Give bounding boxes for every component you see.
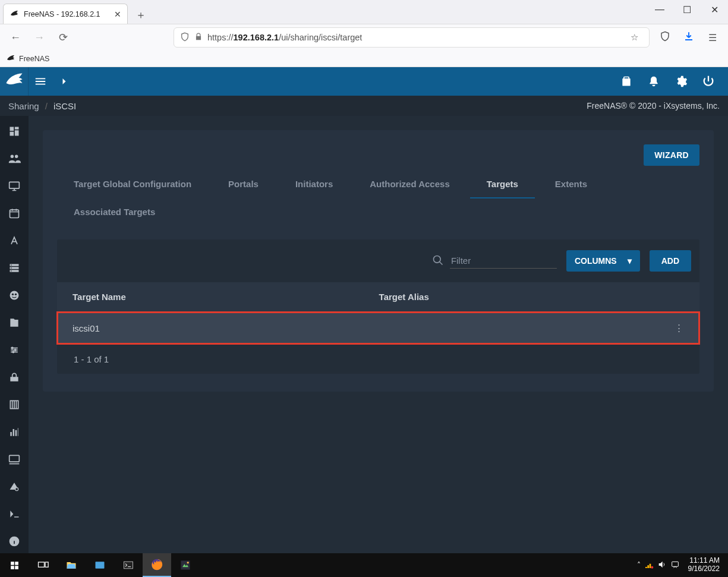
browser-tab[interactable]: FreeNAS - 192.168.2.1 ✕ bbox=[3, 4, 128, 24]
tray-volume-icon[interactable] bbox=[657, 560, 667, 571]
nav-dashboard-icon[interactable] bbox=[0, 119, 29, 143]
tray-chevron-icon[interactable]: ˄ bbox=[637, 561, 641, 569]
shield-icon bbox=[180, 32, 190, 43]
main-content: WIZARD Target Global Configuration Porta… bbox=[29, 116, 728, 553]
gear-icon[interactable] bbox=[667, 67, 695, 96]
app-logo[interactable] bbox=[0, 67, 29, 96]
nav-display-icon[interactable] bbox=[0, 475, 29, 499]
freenas-favicon bbox=[10, 10, 19, 19]
browser-chrome: FreeNAS - 192.168.2.1 ✕ ＋ ― ☐ ✕ ← → ⟳ ht… bbox=[0, 0, 728, 51]
taskbar-app-icon-1[interactable] bbox=[86, 553, 114, 577]
nav-vm-icon[interactable] bbox=[0, 447, 29, 471]
bookmark-item[interactable]: FreeNAS bbox=[19, 55, 49, 63]
svg-point-6 bbox=[12, 294, 14, 295]
tab-global-config[interactable]: Target Global Configuration bbox=[57, 171, 208, 198]
downloads-icon[interactable] bbox=[680, 31, 697, 44]
file-explorer-icon[interactable] bbox=[57, 553, 86, 577]
clock-date: 9/16/2022 bbox=[688, 565, 720, 573]
new-tab-button[interactable]: ＋ bbox=[131, 6, 150, 24]
svg-rect-0 bbox=[10, 182, 20, 188]
footer-copyright: FreeNAS® © 2020 - iXsystems, Inc. bbox=[587, 101, 720, 111]
system-tray: ˄ 11:11 AM 9/16/2022 bbox=[637, 556, 728, 575]
start-button[interactable] bbox=[0, 553, 29, 577]
clipboard-icon[interactable] bbox=[613, 67, 640, 96]
table-pager: 1 - 1 of 1 bbox=[57, 344, 699, 374]
taskbar-app-icon-2[interactable] bbox=[171, 553, 200, 577]
tab-strip: FreeNAS - 192.168.2.1 ✕ ＋ ― ☐ ✕ bbox=[0, 0, 728, 24]
svg-point-9 bbox=[14, 349, 16, 351]
chevron-right-icon[interactable] bbox=[52, 67, 76, 96]
terminal-icon[interactable] bbox=[114, 553, 143, 577]
nav-forward-icon[interactable]: → bbox=[31, 31, 48, 44]
col-target-alias[interactable]: Target Alias bbox=[364, 282, 658, 312]
sidenav-toggle-icon[interactable] bbox=[29, 67, 52, 96]
clock-time: 11:11 AM bbox=[688, 557, 720, 565]
nav-system-icon[interactable] bbox=[0, 174, 29, 198]
tab-title: FreeNAS - 192.168.2.1 bbox=[24, 10, 100, 18]
star-icon[interactable]: ☆ bbox=[631, 33, 638, 42]
breadcrumb-current: iSCSI bbox=[53, 101, 76, 111]
tab-authorized-access[interactable]: Authorized Access bbox=[353, 171, 466, 198]
nav-directory-icon[interactable] bbox=[0, 283, 29, 307]
freenas-app: Sharing / iSCSI FreeNAS® © 2020 - iXsyst… bbox=[0, 67, 728, 553]
bookmarks-toolbar: FreeNAS bbox=[0, 51, 728, 67]
bell-icon[interactable] bbox=[640, 67, 667, 96]
window-minimize-icon[interactable]: ― bbox=[646, 0, 673, 19]
url-field[interactable]: https://192.168.2.1/ui/sharing/iscsi/tar… bbox=[174, 27, 650, 48]
add-button[interactable]: ADD bbox=[650, 250, 691, 272]
tab-targets[interactable]: Targets bbox=[470, 171, 535, 198]
breadcrumb-root[interactable]: Sharing bbox=[8, 101, 39, 111]
iscsi-tabs: Target Global Configuration Portals Init… bbox=[57, 171, 699, 226]
columns-button[interactable]: COLUMNS ▾ bbox=[566, 250, 640, 272]
pocket-icon[interactable] bbox=[657, 31, 673, 44]
hamburger-menu-icon[interactable]: ☰ bbox=[704, 32, 721, 43]
svg-point-7 bbox=[15, 294, 17, 295]
address-bar: ← → ⟳ https://192.168.2.1/ui/sharing/isc… bbox=[0, 24, 728, 51]
nav-info-icon[interactable] bbox=[0, 529, 29, 553]
filter-input[interactable] bbox=[450, 253, 557, 269]
nav-sharing-icon[interactable] bbox=[0, 311, 29, 335]
nav-network-icon[interactable] bbox=[0, 229, 29, 253]
bookmark-favicon bbox=[6, 54, 15, 64]
svg-point-4 bbox=[11, 270, 12, 272]
svg-point-10 bbox=[12, 351, 14, 353]
window-close-icon[interactable]: ✕ bbox=[701, 0, 728, 19]
window-maximize-icon[interactable]: ☐ bbox=[673, 0, 701, 19]
tab-close-icon[interactable]: ✕ bbox=[114, 10, 121, 19]
nav-accounts-icon[interactable] bbox=[0, 147, 29, 171]
row-actions-icon[interactable]: ⋮ bbox=[675, 323, 683, 333]
svg-rect-12 bbox=[10, 455, 20, 462]
lock-icon bbox=[194, 33, 203, 43]
breadcrumb-bar: Sharing / iSCSI FreeNAS® © 2020 - iXsyst… bbox=[0, 96, 728, 116]
tab-portals[interactable]: Portals bbox=[212, 171, 275, 198]
nav-shell-icon[interactable] bbox=[0, 502, 29, 526]
taskbar-clock[interactable]: 11:11 AM 9/16/2022 bbox=[683, 556, 724, 575]
tab-extents[interactable]: Extents bbox=[538, 171, 604, 198]
targets-table: Target Name Target Alias iscsi01 ⋮ bbox=[57, 282, 699, 344]
power-icon[interactable] bbox=[695, 67, 722, 96]
nav-reporting-icon[interactable] bbox=[0, 420, 29, 444]
svg-point-22 bbox=[187, 562, 189, 563]
tab-associated-targets[interactable]: Associated Targets bbox=[57, 198, 172, 226]
tab-initiators[interactable]: Initiators bbox=[279, 171, 349, 198]
nav-storage-icon[interactable] bbox=[0, 256, 29, 280]
windows-taskbar: ˄ 11:11 AM 9/16/2022 bbox=[0, 553, 728, 577]
nav-tasks-icon[interactable] bbox=[0, 201, 29, 225]
svg-rect-24 bbox=[672, 562, 678, 566]
wizard-button[interactable]: WIZARD bbox=[644, 144, 699, 166]
task-view-icon[interactable] bbox=[29, 553, 57, 577]
col-target-name[interactable]: Target Name bbox=[57, 282, 364, 312]
firefox-icon[interactable] bbox=[143, 553, 171, 577]
targets-table-container: COLUMNS ▾ ADD Target Name Target Alias bbox=[57, 239, 699, 374]
side-nav bbox=[0, 116, 29, 553]
nav-jails-icon[interactable] bbox=[0, 393, 29, 417]
nav-plugins-icon[interactable] bbox=[0, 365, 29, 389]
tray-network-icon[interactable] bbox=[644, 560, 654, 571]
nav-services-icon[interactable] bbox=[0, 338, 29, 362]
tray-notifications-icon[interactable] bbox=[670, 560, 680, 571]
table-row[interactable]: iscsi01 ⋮ bbox=[57, 312, 699, 345]
nav-back-icon[interactable]: ← bbox=[7, 31, 24, 44]
nav-reload-icon[interactable]: ⟳ bbox=[55, 31, 71, 44]
iscsi-card: WIZARD Target Global Configuration Porta… bbox=[43, 130, 714, 392]
svg-point-23 bbox=[651, 566, 653, 568]
